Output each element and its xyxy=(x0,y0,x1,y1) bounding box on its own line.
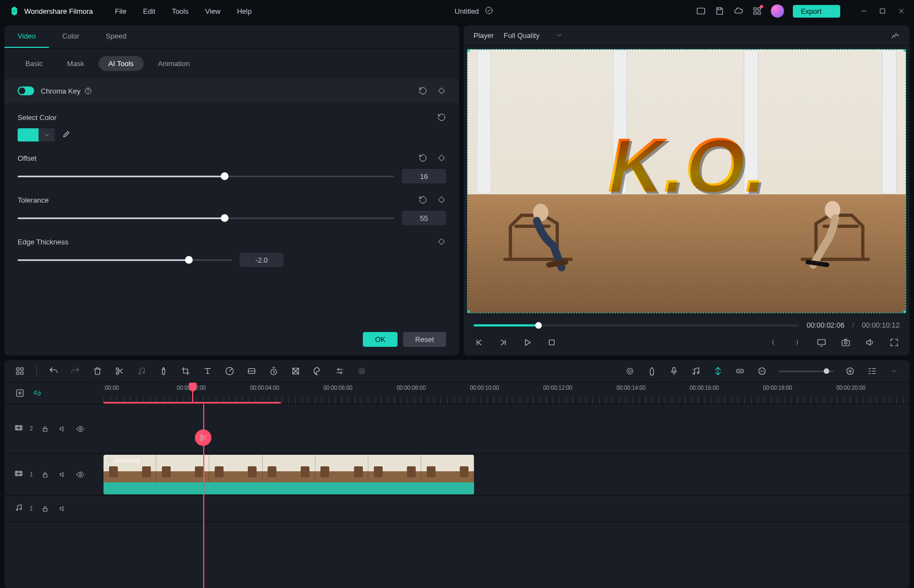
menu-help[interactable]: Help xyxy=(237,7,252,15)
chroma-key-toggle[interactable] xyxy=(18,86,34,95)
mark-in-icon[interactable] xyxy=(768,337,779,348)
save-icon[interactable] xyxy=(715,6,725,16)
ok-button[interactable]: OK xyxy=(363,332,398,347)
color-dropdown-icon[interactable] xyxy=(39,128,55,141)
preview-overlay-text[interactable]: K.O. xyxy=(607,121,766,210)
subtab-mask[interactable]: Mask xyxy=(57,56,94,71)
export-button[interactable]: Export xyxy=(793,5,840,18)
magnetic-icon[interactable] xyxy=(712,366,723,377)
keyframe-edge-icon[interactable] xyxy=(437,237,446,246)
mask-tool-icon[interactable] xyxy=(312,366,323,377)
edge-slider[interactable] xyxy=(18,259,232,261)
audio-detach-icon[interactable] xyxy=(136,366,147,377)
keyframe-icon[interactable] xyxy=(437,86,446,95)
audio-mixer-icon[interactable] xyxy=(690,366,701,377)
redo-icon[interactable] xyxy=(70,366,81,377)
window-close-icon[interactable] xyxy=(897,7,905,15)
text-icon[interactable] xyxy=(202,366,213,377)
transform-handle[interactable] xyxy=(904,311,906,313)
reset-color-icon[interactable] xyxy=(437,113,446,122)
window-minimize-icon[interactable] xyxy=(860,7,868,15)
adjust-icon[interactable] xyxy=(334,366,345,377)
visibility-icon[interactable] xyxy=(75,469,86,480)
cut-marker-icon[interactable] xyxy=(195,429,211,446)
menu-view[interactable]: View xyxy=(205,7,220,15)
transform-handle[interactable] xyxy=(467,49,470,52)
offset-value[interactable]: 16 xyxy=(402,169,446,183)
fullscreen-icon[interactable] xyxy=(889,337,900,348)
reset-section-icon[interactable] xyxy=(418,86,427,95)
speed-icon[interactable] xyxy=(224,366,235,377)
tolerance-value[interactable]: 55 xyxy=(402,211,446,225)
undo-icon[interactable] xyxy=(48,366,59,377)
mark-out-icon[interactable] xyxy=(792,337,803,348)
transform-handle[interactable] xyxy=(904,49,906,52)
help-icon[interactable] xyxy=(84,86,93,95)
track-options-icon[interactable] xyxy=(889,366,900,377)
tolerance-slider[interactable] xyxy=(18,217,394,219)
clip-video[interactable]: unnamed xyxy=(104,455,474,494)
layout-icon[interactable] xyxy=(696,6,706,16)
quality-select[interactable]: Full Quality xyxy=(504,31,563,40)
display-icon[interactable] xyxy=(816,337,827,348)
tab-color[interactable]: Color xyxy=(49,25,93,48)
window-maximize-icon[interactable] xyxy=(879,7,886,15)
color-icon[interactable] xyxy=(246,366,257,377)
scrub-thumb[interactable] xyxy=(535,322,542,329)
visibility-icon[interactable] xyxy=(75,423,86,434)
preview-canvas[interactable]: K.O. xyxy=(467,49,906,313)
scopes-icon[interactable] xyxy=(891,31,900,40)
mute-icon[interactable] xyxy=(57,469,68,480)
transform-handle[interactable] xyxy=(467,311,470,313)
mute-icon[interactable] xyxy=(57,503,68,514)
link-track-icon[interactable] xyxy=(32,388,43,399)
zoom-out-icon[interactable] xyxy=(757,366,768,377)
reset-button[interactable]: Reset xyxy=(403,332,446,347)
keyframe-tolerance-icon[interactable] xyxy=(437,195,446,204)
media-browser-icon[interactable] xyxy=(14,366,25,377)
zoom-slider[interactable] xyxy=(779,371,834,372)
snap-icon[interactable] xyxy=(646,366,657,377)
tab-video[interactable]: Video xyxy=(4,25,49,48)
scrub-bar[interactable] xyxy=(474,324,799,326)
play-icon[interactable] xyxy=(522,337,533,348)
link-icon[interactable] xyxy=(735,366,746,377)
volume-icon[interactable] xyxy=(864,337,875,348)
prev-frame-icon[interactable] xyxy=(474,337,485,348)
menu-tools[interactable]: Tools xyxy=(172,7,188,15)
lock-icon[interactable] xyxy=(40,469,51,480)
keyframe-offset-icon[interactable] xyxy=(437,154,446,162)
delete-icon[interactable] xyxy=(92,366,103,377)
subtab-ai-tools[interactable]: AI Tools xyxy=(99,56,144,71)
marker-icon[interactable] xyxy=(158,366,169,377)
duration-icon[interactable] xyxy=(268,366,279,377)
reset-offset-icon[interactable] xyxy=(418,154,427,162)
lock-icon[interactable] xyxy=(40,503,51,514)
stop-icon[interactable] xyxy=(546,337,557,348)
crop-icon[interactable] xyxy=(180,366,191,377)
voiceover-icon[interactable] xyxy=(668,366,679,377)
mute-icon[interactable] xyxy=(57,423,68,434)
reset-tolerance-icon[interactable] xyxy=(418,195,427,204)
auto-ripple-icon[interactable] xyxy=(624,366,635,377)
color-swatch[interactable] xyxy=(18,128,39,141)
tab-speed[interactable]: Speed xyxy=(93,25,140,48)
split-icon[interactable] xyxy=(114,366,125,377)
menu-edit[interactable]: Edit xyxy=(143,7,155,15)
add-track-icon[interactable] xyxy=(14,388,25,399)
menu-file[interactable]: File xyxy=(115,7,127,15)
keyframe-panel-icon[interactable] xyxy=(290,366,301,377)
offset-slider[interactable] xyxy=(18,176,394,177)
subtab-basic[interactable]: Basic xyxy=(15,56,53,71)
track-display-icon[interactable] xyxy=(867,366,878,377)
record-icon[interactable] xyxy=(356,366,367,377)
eyedropper-icon[interactable] xyxy=(61,129,72,140)
user-avatar[interactable] xyxy=(771,4,784,18)
playhead[interactable] xyxy=(192,383,193,404)
snapshot-icon[interactable] xyxy=(840,337,851,348)
subtab-animation[interactable]: Animation xyxy=(148,56,200,71)
lock-icon[interactable] xyxy=(40,423,51,434)
timeline-ruler[interactable]: :00:00 00:00:02:00 00:00:04:00 00:00:06:… xyxy=(104,383,910,404)
apps-icon[interactable] xyxy=(752,6,762,16)
zoom-in-icon[interactable] xyxy=(845,366,856,377)
